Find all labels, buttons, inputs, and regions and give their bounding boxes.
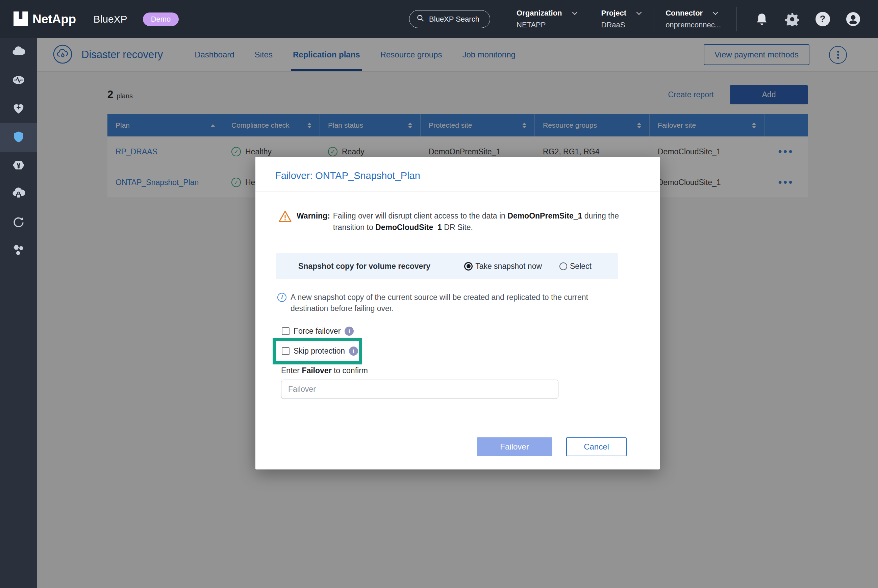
warning-text: Failing over will disrupt client access …	[333, 210, 630, 233]
netapp-logo-icon	[14, 12, 28, 27]
organization-value: NETAPP	[516, 21, 576, 29]
hexagon-wrench-icon	[11, 158, 26, 174]
project-label: Project	[601, 9, 627, 18]
info-icon[interactable]	[345, 327, 354, 336]
bluexp-app: NetApp BlueXP Demo BlueXP Search Organiz…	[0, 0, 878, 588]
skip-protection-highlight-box: Skip protection	[273, 338, 362, 364]
notifications-bell-icon[interactable]	[754, 12, 769, 27]
connector-value: onpremconnec...	[665, 21, 721, 29]
force-failover-checkbox[interactable]	[282, 327, 290, 335]
chevron-down-icon	[636, 9, 642, 15]
warning-label: Warning:	[297, 210, 330, 222]
organization-menu[interactable]: Organization NETAPP	[504, 8, 588, 31]
cloud-icon	[11, 44, 26, 60]
project-menu[interactable]: Project DRaaS	[589, 8, 653, 31]
radio-selected-icon	[464, 262, 473, 270]
connector-menu[interactable]: Connector onpremconnec...	[653, 8, 733, 31]
snapshot-info-note: A new snapshot copy of the current sourc…	[278, 292, 615, 314]
product-name: BlueXP	[94, 14, 128, 25]
left-sidebar	[0, 38, 37, 588]
heart-plus-icon	[12, 101, 26, 117]
brand-group: NetApp BlueXP Demo	[14, 12, 179, 27]
snapshot-radio-group: Take snapshot now Select	[464, 262, 591, 271]
demo-badge: Demo	[143, 12, 179, 26]
shield-icon	[12, 130, 26, 145]
hexagon-cluster-icon	[12, 243, 26, 258]
radio-select[interactable]: Select	[560, 262, 591, 271]
failover-confirm-input[interactable]	[281, 380, 558, 399]
dialog-title: Failover: ONTAP_Snapshot_Plan	[255, 157, 660, 192]
sync-icon	[12, 216, 25, 230]
brand-name: NetApp	[32, 12, 76, 26]
project-value: DRaaS	[601, 21, 641, 29]
cancel-button[interactable]: Cancel	[566, 437, 627, 456]
search-icon	[416, 14, 425, 25]
confirm-instruction: Enter Failover to confirm	[281, 366, 368, 375]
skip-protection-checkbox[interactable]	[282, 347, 290, 355]
force-failover-row: Force failover	[282, 327, 354, 336]
sidebar-item-sync[interactable]	[0, 208, 37, 237]
chevron-down-icon	[572, 9, 577, 15]
radio-take-snapshot-now[interactable]: Take snapshot now	[464, 262, 542, 271]
account-icon[interactable]	[846, 12, 860, 27]
help-icon[interactable]	[815, 12, 830, 27]
sidebar-item-cloud-storage[interactable]	[0, 38, 37, 66]
warning-triangle-icon	[278, 210, 292, 224]
pulse-icon	[11, 73, 26, 89]
skip-protection-label: Skip protection	[294, 346, 345, 356]
sidebar-item-heart-plus[interactable]	[0, 95, 37, 123]
search-label: BlueXP Search	[429, 15, 479, 24]
snapshot-label: Snapshot copy for volume recovery	[298, 262, 431, 271]
skip-protection-row: Skip protection	[282, 346, 358, 356]
organization-label: Organization	[516, 9, 562, 18]
sidebar-item-extensions[interactable]	[0, 237, 37, 265]
radio-unselected-icon	[560, 262, 567, 270]
settings-gear-icon[interactable]	[785, 12, 800, 27]
warning-message: Warning: Failing over will disrupt clien…	[278, 210, 630, 233]
failover-dialog: Failover: ONTAP_Snapshot_Plan Warning: F…	[255, 157, 660, 470]
chevron-down-icon	[713, 9, 718, 15]
failover-button[interactable]: Failover	[477, 437, 552, 456]
topbar-right: BlueXP Search Organization NETAPP Projec…	[409, 0, 860, 38]
sidebar-item-health-pulse[interactable]	[0, 66, 37, 95]
info-icon[interactable]	[349, 346, 358, 356]
footer-divider	[264, 425, 651, 425]
top-bar: NetApp BlueXP Demo BlueXP Search Organiz…	[0, 0, 878, 38]
search-input[interactable]: BlueXP Search	[409, 10, 490, 28]
topbar-icons	[737, 7, 860, 32]
sidebar-item-protection-active[interactable]	[0, 123, 37, 152]
force-failover-label: Force failover	[294, 327, 341, 336]
snapshot-options-panel: Snapshot copy for volume recovery Take s…	[276, 253, 618, 279]
info-icon	[278, 293, 287, 302]
sidebar-item-hexagon-tools[interactable]	[0, 152, 37, 180]
cloud-lock-icon	[11, 186, 26, 202]
connector-label: Connector	[665, 9, 703, 18]
sidebar-item-cloud-lock[interactable]	[0, 180, 37, 208]
